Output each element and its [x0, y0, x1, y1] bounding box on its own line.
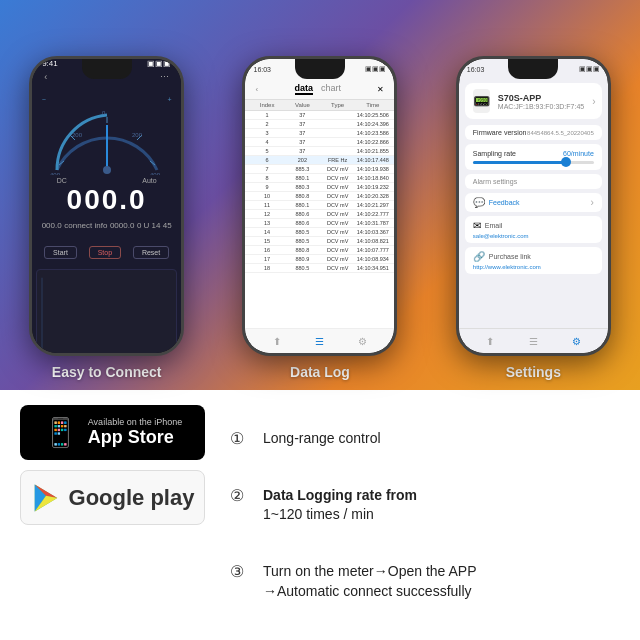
feedback-chevron: ›: [590, 197, 593, 208]
gauge-svg: 400 200 0 200 400: [42, 105, 172, 175]
data-table: Index Value Type Time 13714:10:25.506 23…: [245, 100, 394, 328]
feedback-label: Feedback: [489, 199, 520, 206]
phone-3-nav: ⬆ ☰ ⚙: [459, 328, 608, 353]
svg-text:200: 200: [72, 132, 83, 138]
gauge-minus: −: [42, 96, 46, 103]
device-details: S70S-APP MAC:JF:1B:93:F0:3D:F7:45: [498, 93, 584, 110]
nav-settings-2[interactable]: ⚙: [355, 333, 371, 349]
col-index: Index: [249, 102, 284, 108]
purchase-value: http://www.elektronic.com: [473, 264, 594, 270]
table-row: 18880.5DCV mV14:10:34.951: [245, 264, 394, 273]
device-icon: 📟: [473, 89, 490, 113]
sampling-label: Sampling rate: [473, 150, 516, 157]
tab-chart[interactable]: chart: [321, 83, 341, 95]
table-row: 33714:10:23.586: [245, 129, 394, 138]
gauge-area: − +: [32, 86, 181, 240]
top-section: 9:41 ▣▣▣ ‹ ⋯ − +: [0, 0, 640, 390]
reset-button[interactable]: Reset: [133, 246, 169, 259]
phone-3: 16:03 ▣▣▣ 📟 S70S-APP MAC:JF:1B:93:F0:3D:…: [456, 56, 611, 356]
table-row: 16880.8DCV mV14:10:07.777: [245, 246, 394, 255]
phone-1-toolbar: ‹ ⋯: [32, 68, 181, 86]
slider-label: Sampling rate 60/minute: [473, 150, 594, 157]
phone-2-time: 16:03: [253, 66, 271, 73]
back-arrow: ‹: [255, 85, 258, 94]
phone-3-container: 16:03 ▣▣▣ 📟 S70S-APP MAC:JF:1B:93:F0:3D:…: [456, 56, 611, 380]
device-info-card: 📟 S70S-APP MAC:JF:1B:93:F0:3D:F7:45 ›: [465, 83, 602, 119]
feedback-item[interactable]: 💬 Feedback ›: [465, 193, 602, 212]
phone-1-label: Easy to Connect: [52, 364, 162, 380]
phone-1-signal: ▣▣▣: [147, 59, 171, 68]
table-row: 12880.6DCV mV14:10:22.777: [245, 210, 394, 219]
svg-text:200: 200: [132, 132, 143, 138]
email-item: ✉ Email sale@elektronic.com: [465, 216, 602, 243]
google-play-button[interactable]: Google play: [20, 470, 205, 525]
table-row: 13714:10:25.506: [245, 111, 394, 120]
feedback-icon: 💬: [473, 197, 485, 208]
table-row: 9880.3DCV mV14:10:19.232: [245, 183, 394, 192]
slider-track[interactable]: [473, 161, 594, 164]
dc-label: DC: [57, 177, 67, 184]
col-type: Type: [320, 102, 355, 108]
back-icon: ‹: [44, 72, 47, 82]
table-row: 23714:10:24.396: [245, 120, 394, 129]
feature-2-bold: Data Logging rate from: [263, 487, 417, 503]
close-icon[interactable]: ✕: [377, 85, 384, 94]
feature-2: ② Data Logging rate from 1~120 times / m…: [230, 486, 620, 525]
gauge-plus: +: [168, 96, 172, 103]
phone-1-buttons: Start Stop Reset: [32, 240, 181, 265]
stop-button[interactable]: Stop: [89, 246, 121, 259]
phone-3-time: 16:03: [467, 66, 485, 73]
nav-settings-3[interactable]: ⚙: [568, 333, 584, 349]
alarm-label: Alarm settings: [473, 178, 517, 185]
chevron-icon: ›: [592, 96, 595, 107]
nav-monitoring-2[interactable]: ⬆: [269, 333, 285, 349]
gauge-value: 000.0: [67, 184, 147, 216]
phone-2-status: 16:03 ▣▣▣: [245, 59, 394, 79]
phone-3-label: Settings: [506, 364, 561, 380]
nav-monitoring-3[interactable]: ⬆: [482, 333, 498, 349]
email-value: sale@elektronic.com: [473, 233, 594, 239]
phone-2-label: Data Log: [290, 364, 350, 380]
phone-3-status: 16:03 ▣▣▣: [459, 59, 608, 79]
app-store-available: Available on the iPhone: [88, 417, 182, 427]
svg-text:400: 400: [150, 172, 161, 175]
start-button[interactable]: Start: [44, 246, 77, 259]
table-row: 53714:10:21.855: [245, 147, 394, 156]
phone-1-status: 9:41 ▣▣▣: [32, 59, 181, 68]
alarm-row[interactable]: Alarm settings: [465, 174, 602, 189]
email-icon: ✉: [473, 220, 481, 231]
tab-data[interactable]: data: [295, 83, 314, 95]
table-row: 14880.5DCV mV14:10:03.367: [245, 228, 394, 237]
email-label: Email: [485, 222, 503, 229]
phone-2-signal: ▣▣▣: [365, 65, 386, 73]
svg-text:400: 400: [50, 172, 61, 175]
col-value: Value: [285, 102, 320, 108]
app-store-button[interactable]: 📱 Available on the iPhone App Store: [20, 405, 205, 460]
feature-2-detail: 1~120 times / min: [263, 506, 374, 522]
sampling-rate-row: Sampling rate 60/minute: [465, 144, 602, 170]
data-table-header: Index Value Type Time: [245, 100, 394, 111]
table-row: 8880.1DCV mV14:10:18.840: [245, 174, 394, 183]
device-mac: MAC:JF:1B:93:F0:3D:F7:45: [498, 103, 584, 110]
phone-2-nav: ⬆ ☰ ⚙: [245, 328, 394, 353]
apple-icon: 📱: [43, 416, 78, 449]
feature-3-text: Turn on the meter→Open the APP →Automati…: [263, 562, 477, 601]
nav-data-2[interactable]: ☰: [312, 333, 328, 349]
slider-thumb[interactable]: [561, 157, 571, 167]
table-row: 15880.5DCV mV14:10:08.821: [245, 237, 394, 246]
firmware-item: Firmware version 84454864.5.5_20220405: [465, 125, 602, 140]
nav-data-3[interactable]: ☰: [525, 333, 541, 349]
bottom-section: 📱 Available on the iPhone App Store Goog…: [0, 390, 640, 640]
table-row: 17880.9DCV mV14:10:08.934: [245, 255, 394, 264]
phone-3-signal: ▣▣▣: [579, 65, 600, 73]
col-time: Time: [355, 102, 390, 108]
purchase-icon: 🔗: [473, 251, 485, 262]
table-row: 43714:10:22.866: [245, 138, 394, 147]
table-row: 10880.8DCV mV14:10:20.328: [245, 192, 394, 201]
feature-3-line1: Turn on the meter→Open the APP: [263, 563, 477, 579]
data-chart-tabs: data chart: [295, 83, 342, 95]
firmware-value: 84454864.5.5_20220405: [527, 130, 594, 136]
chart-svg: [37, 270, 176, 353]
feature-1-num: ①: [230, 429, 255, 448]
phone-1-time: 9:41: [42, 59, 58, 68]
